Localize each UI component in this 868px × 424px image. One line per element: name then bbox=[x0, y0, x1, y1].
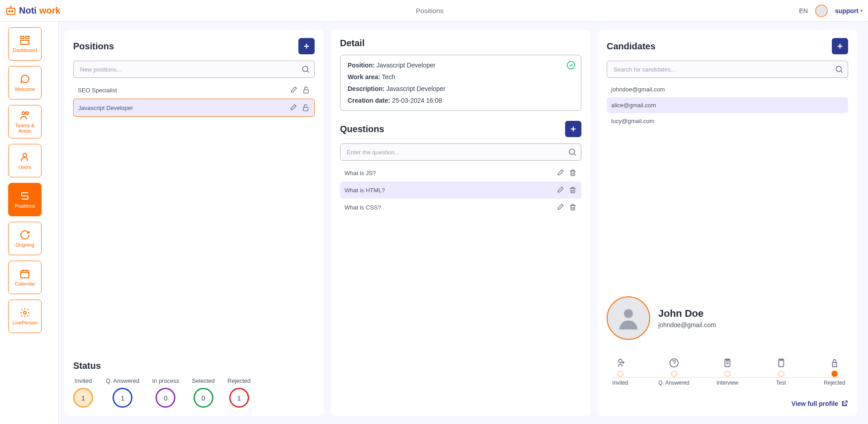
svg-rect-13 bbox=[303, 107, 308, 111]
stage-dot bbox=[778, 371, 784, 377]
status-item[interactable]: In process 0 bbox=[152, 377, 179, 408]
detail-area-val: Tech bbox=[382, 73, 396, 81]
detail-desc-val: Javascript Developer bbox=[387, 85, 446, 92]
stage[interactable]: Q. Answered bbox=[660, 358, 688, 386]
sidebar-item-teams[interactable]: Teams & Areas bbox=[8, 105, 42, 138]
trash-icon[interactable] bbox=[569, 203, 577, 211]
search-icon bbox=[568, 148, 577, 157]
position-row[interactable]: Javascript Developer bbox=[73, 99, 315, 117]
position-label: Javascript Developer bbox=[78, 105, 133, 111]
stage-dot bbox=[831, 371, 838, 377]
chat-icon bbox=[19, 74, 30, 85]
edit-icon[interactable] bbox=[556, 203, 564, 211]
detail-box: Position: Javascript Developer Work area… bbox=[340, 55, 581, 111]
detail-date-val: 25-03-2024 16:08 bbox=[392, 97, 442, 104]
view-profile-link[interactable]: View full profile bbox=[792, 400, 848, 407]
sidebar-item-users[interactable]: Users bbox=[8, 144, 42, 177]
edit-icon[interactable] bbox=[289, 104, 297, 112]
edit-icon[interactable] bbox=[556, 186, 564, 194]
stage-icon bbox=[722, 358, 732, 368]
candidate-label: lucy@gmail.com bbox=[611, 118, 655, 124]
plus-icon bbox=[836, 42, 844, 50]
add-position-button[interactable] bbox=[298, 38, 315, 54]
status-item[interactable]: Selected 0 bbox=[192, 377, 215, 408]
sidebar: Dashboard Welcome Teams & Areas Users Po… bbox=[0, 22, 59, 424]
candidate-label: alice@gmail.com bbox=[611, 102, 656, 109]
sidebar-item-dashboard[interactable]: Dashboard bbox=[8, 27, 42, 61]
stage[interactable]: Rejected bbox=[821, 358, 848, 386]
stage-label: Rejected bbox=[824, 380, 845, 386]
stage-icon bbox=[830, 358, 840, 368]
avatar-small[interactable] bbox=[815, 5, 828, 17]
candidates-search bbox=[607, 61, 848, 78]
trash-icon[interactable] bbox=[569, 186, 577, 194]
stage[interactable]: Test bbox=[768, 358, 795, 386]
status-item[interactable]: Invited 1 bbox=[73, 377, 93, 408]
status-item[interactable]: Q. Answered 1 bbox=[106, 377, 139, 408]
questions-title: Questions bbox=[340, 124, 384, 134]
candidate-row[interactable]: alice@gmail.com bbox=[607, 97, 848, 113]
stages: Invited Q. Answered Interview Test Rejec… bbox=[607, 358, 848, 386]
question-row[interactable]: What is JS? bbox=[340, 164, 581, 181]
stage-dot bbox=[617, 371, 623, 377]
status-circle: 1 bbox=[229, 388, 249, 408]
stage-icon bbox=[776, 358, 786, 368]
page-title: Positions bbox=[61, 7, 799, 14]
status-label: Rejected bbox=[227, 377, 250, 384]
check-circle-icon bbox=[566, 61, 576, 70]
stage[interactable]: Interview bbox=[714, 358, 741, 386]
calendar-icon bbox=[19, 268, 30, 279]
logo-text-2: work bbox=[39, 5, 61, 16]
status-title: Status bbox=[73, 361, 315, 371]
question-row[interactable]: What is CSS? bbox=[340, 199, 581, 216]
position-row[interactable]: SEO Specialist bbox=[73, 81, 315, 99]
status-circle: 0 bbox=[193, 388, 213, 408]
add-question-button[interactable] bbox=[565, 121, 581, 137]
status-circle: 0 bbox=[156, 388, 175, 408]
edit-icon[interactable] bbox=[556, 169, 564, 177]
language-selector[interactable]: EN bbox=[799, 7, 807, 14]
sidebar-label: Users bbox=[19, 164, 32, 170]
trash-icon[interactable] bbox=[569, 169, 577, 177]
positions-panel: Positions SEO Specialist Javascript Deve… bbox=[64, 30, 324, 416]
stage-label: Q. Answered bbox=[658, 380, 689, 386]
status-circle: 1 bbox=[73, 388, 93, 408]
sidebar-label: Calendar bbox=[15, 281, 35, 286]
status-label: Q. Answered bbox=[106, 377, 139, 384]
candidate-row[interactable]: lucy@gmail.com bbox=[607, 113, 848, 129]
sidebar-item-liveperson[interactable]: LivePerson bbox=[8, 300, 42, 333]
edit-icon[interactable] bbox=[289, 86, 297, 94]
candidates-panel: Candidates johndoe@gmail.comalice@gmail.… bbox=[598, 30, 857, 416]
topbar-right: EN support bbox=[799, 5, 863, 17]
question-row[interactable]: What is HTML? bbox=[340, 181, 581, 199]
user-menu[interactable]: support bbox=[835, 7, 863, 14]
sidebar-item-calendar[interactable]: Calendar bbox=[8, 261, 42, 294]
candidate-row[interactable]: johndoe@gmail.com bbox=[607, 81, 848, 97]
status-label: Selected bbox=[192, 377, 215, 384]
sidebar-item-ongoing[interactable]: Ongoing bbox=[8, 222, 42, 255]
logo[interactable]: Notiwork bbox=[5, 5, 61, 16]
detail-desc-lab: Description: bbox=[348, 85, 385, 92]
stage-icon bbox=[669, 358, 679, 368]
lock-open-icon[interactable] bbox=[302, 86, 310, 94]
svg-point-2 bbox=[12, 10, 13, 12]
detail-date-lab: Creation date: bbox=[348, 97, 390, 104]
team-icon bbox=[19, 110, 30, 121]
sidebar-item-welcome[interactable]: Welcome bbox=[8, 66, 42, 100]
external-icon bbox=[841, 400, 848, 407]
search-icon bbox=[301, 65, 310, 74]
stage[interactable]: Invited bbox=[607, 358, 634, 386]
gear-icon bbox=[19, 307, 30, 318]
lock-open-icon[interactable] bbox=[302, 104, 310, 112]
logo-icon bbox=[5, 5, 16, 16]
add-candidate-button[interactable] bbox=[832, 38, 848, 54]
positions-title: Positions bbox=[73, 41, 114, 52]
positions-search-input[interactable] bbox=[73, 61, 315, 78]
plus-icon bbox=[569, 125, 577, 133]
candidates-search-input[interactable] bbox=[607, 61, 848, 78]
search-icon bbox=[835, 65, 844, 74]
svg-rect-9 bbox=[21, 271, 29, 278]
status-item[interactable]: Rejected 1 bbox=[227, 377, 250, 408]
sidebar-item-positions[interactable]: Positions bbox=[8, 183, 42, 216]
questions-search-input[interactable] bbox=[340, 143, 581, 161]
